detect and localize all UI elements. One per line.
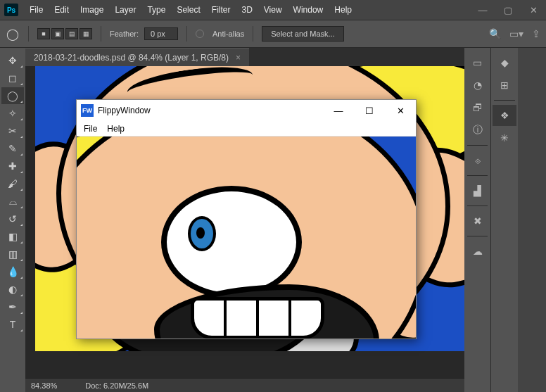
app-logo: Ps (4, 4, 18, 16)
eraser-tool[interactable]: ◧ (1, 228, 24, 245)
flippy-maximize-button[interactable]: ☐ (354, 100, 385, 121)
zoom-level[interactable]: 84.38% (31, 381, 57, 390)
brush-settings-panel-icon[interactable]: ⟐ (466, 150, 490, 171)
select-and-mask-button[interactable]: Select and Mask... (262, 26, 344, 42)
menu-image[interactable]: Image (75, 2, 109, 18)
selection-new[interactable]: ■ (37, 28, 50, 39)
gradient-tool[interactable]: ▥ (1, 246, 24, 263)
menu-view[interactable]: View (258, 2, 288, 18)
tool-presets-panel-icon[interactable]: ✖ (466, 210, 490, 232)
menu-layer[interactable]: Layer (109, 2, 141, 18)
menu-window[interactable]: Window (288, 2, 329, 18)
share-icon[interactable]: ⇪ (532, 28, 540, 39)
maximize-button[interactable]: ▢ (495, 0, 521, 20)
document-tab[interactable]: 2018-03-21-doodles.psd @ 84.4% (Layer 1,… (25, 48, 249, 66)
properties-panel-icon[interactable]: ◔ (466, 75, 490, 96)
doc-size[interactable]: Doc: 6.20M/25.6M (85, 381, 148, 390)
close-button[interactable]: ✕ (521, 0, 546, 20)
flippy-close-button[interactable]: ✕ (385, 100, 416, 121)
tab-close-icon[interactable]: × (236, 53, 241, 63)
flippy-logo: FW (81, 104, 94, 117)
swatches-panel-icon[interactable]: ⊞ (493, 75, 516, 96)
pen-tool[interactable]: ✒ (1, 298, 24, 315)
brush-tool[interactable]: 🖌 (1, 175, 24, 192)
type-tool[interactable]: T (1, 316, 24, 333)
lasso-tool[interactable]: ◯ (1, 87, 24, 104)
feather-label: Feather: (110, 30, 139, 38)
menu-file[interactable]: File (24, 2, 49, 18)
menu-filter[interactable]: Filter (206, 2, 236, 18)
feather-input[interactable]: 0 px (144, 27, 178, 40)
toolbox: ✥ ◻ ◯ ✧ ✂ ✎ ✚ 🖌 ⌓ ↺ ◧ ▥ 💧 ◐ ✒ T (0, 48, 25, 392)
status-bar: 84.38% Doc: 6.20M/25.6M (25, 378, 464, 392)
main-menu: File Edit Image Layer Type Select Filter… (24, 2, 357, 18)
selection-add[interactable]: ▣ (51, 28, 64, 39)
selection-intersect[interactable]: ▦ (80, 28, 92, 39)
flippy-menu-file[interactable]: File (84, 124, 97, 134)
window-controls: — ▢ ✕ (470, 0, 546, 20)
minimize-button[interactable]: — (470, 0, 495, 20)
selection-mode-group: ■ ▣ ▤ ▦ (37, 28, 92, 39)
antialias-label: Anti-alias (212, 30, 244, 38)
channels-panel-icon[interactable]: ✳ (493, 127, 516, 148)
blur-tool[interactable]: 💧 (1, 263, 24, 280)
info-panel-icon[interactable]: ⓘ (466, 120, 490, 141)
flippy-canvas (77, 137, 416, 339)
titlebar: Ps File Edit Image Layer Type Select Fil… (0, 0, 546, 20)
document-tab-title: 2018-03-21-doodles.psd @ 84.4% (Layer 1,… (34, 53, 229, 63)
workspace-icon[interactable]: ▭▾ (509, 28, 523, 39)
clone-stamp-tool[interactable]: ⌓ (1, 193, 24, 210)
right-dock: ▭ ◔ 🗗 ⓘ ⟐ ▟ ✖ ☁ ◆ ⊞ ❖ ✳ (464, 48, 546, 392)
magic-wand-tool[interactable]: ✧ (1, 105, 24, 122)
flippy-titlebar[interactable]: FW FlippyWindow — ☐ ✕ (77, 100, 416, 121)
actions-panel-icon[interactable]: ▟ (466, 180, 490, 201)
eyedropper-tool[interactable]: ✎ (1, 140, 24, 157)
flippy-minimize-button[interactable]: — (323, 100, 354, 121)
history-brush-tool[interactable]: ↺ (1, 210, 24, 227)
menu-select[interactable]: Select (171, 2, 205, 18)
healing-brush-tool[interactable]: ✚ (1, 158, 24, 175)
move-tool[interactable]: ✥ (1, 52, 24, 69)
dodge-tool[interactable]: ◐ (1, 281, 24, 298)
selection-subtract[interactable]: ▤ (65, 28, 78, 39)
color-panel-icon[interactable]: ◆ (493, 52, 516, 73)
search-icon[interactable]: 🔍 (489, 28, 501, 39)
menu-type[interactable]: Type (141, 2, 171, 18)
flippy-window[interactable]: FW FlippyWindow — ☐ ✕ File Help (76, 99, 417, 339)
antialias-checkbox[interactable] (196, 30, 204, 38)
menu-3d[interactable]: 3D (236, 2, 258, 18)
options-bar: ◯ ■ ▣ ▤ ▦ Feather: 0 px Anti-alias Selec… (0, 20, 546, 48)
lasso-icon[interactable]: ◯ (6, 27, 20, 41)
character-panel-icon[interactable]: 🗗 (466, 97, 490, 118)
menu-edit[interactable]: Edit (49, 2, 75, 18)
history-panel-icon[interactable]: ▭ (466, 52, 490, 73)
menu-help[interactable]: Help (329, 2, 357, 18)
flippy-title: FlippyWindow (98, 106, 151, 115)
layers-panel-icon[interactable]: ❖ (493, 105, 516, 126)
flippy-menubar: File Help (77, 121, 416, 137)
crop-tool[interactable]: ✂ (1, 122, 24, 139)
libraries-panel-icon[interactable]: ☁ (466, 241, 490, 262)
marquee-tool[interactable]: ◻ (1, 70, 24, 87)
flippy-menu-help[interactable]: Help (107, 124, 125, 134)
